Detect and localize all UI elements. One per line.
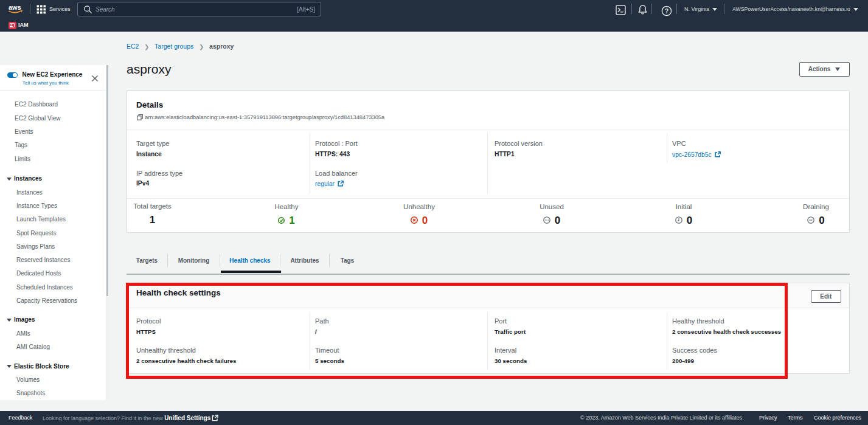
svg-text:aws: aws — [9, 4, 21, 11]
svg-text:?: ? — [665, 7, 668, 15]
